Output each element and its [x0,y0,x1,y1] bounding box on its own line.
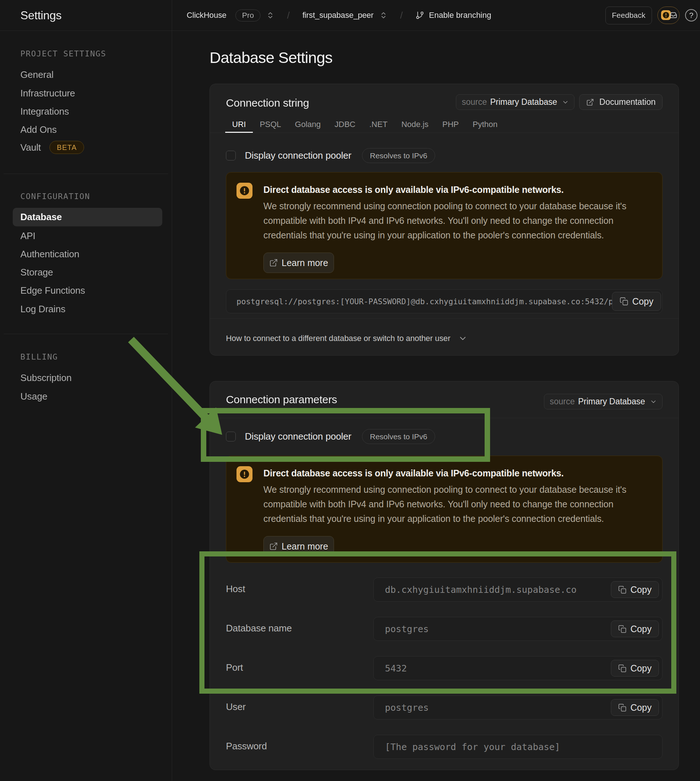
beta-badge: BETA [50,141,84,154]
warning-title: Direct database access is only available… [263,467,631,479]
sidebar-item-authentication[interactable]: Authentication [20,249,79,259]
source-select-label: source [550,397,575,407]
content: Database Settings Connection string sour… [172,31,700,781]
copy-host-button[interactable]: Copy [611,581,659,598]
connection-parameter-fields: Host db.cxhygiuitamxhniiddjm.supabase.co… [226,577,663,770]
tab-php[interactable]: PHP [435,117,466,132]
connection-parameters-body: Display connection pooler Resolves to IP… [210,429,678,770]
tab-golang[interactable]: Golang [288,117,328,132]
port-value: 5432 [385,663,407,674]
connection-parameters-header: Connection parameters source Primary Dat… [210,381,678,418]
field-row-database-name: Database name postgres Copy [226,617,663,641]
sidebar-item-integrations[interactable]: Integrations [20,106,69,117]
warning-text: Direct database access is only available… [263,466,631,556]
breadcrumb-org[interactable]: ClickHouse [187,10,226,20]
copy-icon [618,586,627,594]
sidebar-divider-1 [3,174,168,174]
source-select-value: Primary Database [578,397,645,407]
field-label: Password [226,735,373,759]
tab-psql[interactable]: PSQL [253,117,288,132]
sidebar-section-project-settings: PROJECT SETTINGS [20,49,106,58]
org-avatar[interactable] [657,7,680,24]
copy-port-button[interactable]: Copy [611,660,659,677]
password-value: [The password for your database] [385,742,560,752]
sidebar-section-configuration: CONFIGURATION [20,192,90,201]
source-select-label: source [462,97,487,107]
topbar-right: Feedback ? [605,7,697,24]
sidebar-item-subscription[interactable]: Subscription [20,372,72,383]
database-name-input[interactable]: postgres Copy [373,617,663,641]
sidebar-item-add-ons[interactable]: Add Ons [20,124,57,135]
app-root: Settings PROJECT SETTINGS General Infras… [0,0,700,781]
tab-nodejs[interactable]: Node.js [394,117,435,132]
connection-string-card: Connection string source Primary Databas… [210,84,679,355]
sidebar-section-billing: BILLING [20,352,58,362]
main-column: ClickHouse Pro / first_supabase_peer / E… [172,0,700,781]
database-name-value: postgres [385,624,428,634]
how-to-connect-label: How to connect to a different database o… [226,334,450,343]
copy-label: Copy [630,624,652,634]
copy-uri-button[interactable]: Copy [612,292,661,311]
chevrons-up-down-icon[interactable] [266,11,274,19]
learn-more-button[interactable]: Learn more [263,252,334,273]
learn-more-label: Learn more [282,258,328,268]
pooler-row: Display connection pooler Resolves to IP… [226,429,663,444]
source-select[interactable]: source Primary Database [544,394,663,409]
pooler-row: Display connection pooler Resolves to IP… [226,148,663,163]
port-input[interactable]: 5432 Copy [373,656,663,680]
org-plan-badge: Pro [235,10,260,22]
connection-parameters-controls: source Primary Database [544,394,663,409]
source-select[interactable]: source Primary Database [456,94,575,110]
sidebar-item-log-drains[interactable]: Log Drains [20,304,65,314]
sidebar-item-api[interactable]: API [20,230,35,241]
feedback-button[interactable]: Feedback [605,7,652,24]
sidebar-item-database-label: Database [20,208,62,226]
connection-parameters-card: Connection parameters source Primary Dat… [210,381,679,770]
host-input[interactable]: db.cxhygiuitamxhniiddjm.supabase.co Copy [373,577,663,602]
display-connection-pooler-checkbox[interactable] [226,151,236,160]
user-value: postgres [385,703,428,713]
tab-uri[interactable]: URI [225,117,253,132]
sidebar-item-edge-functions[interactable]: Edge Functions [20,285,85,296]
tab-python[interactable]: Python [466,117,505,132]
field-row-port: Port 5432 Copy [226,656,663,680]
topbar: ClickHouse Pro / first_supabase_peer / E… [172,0,700,31]
breadcrumb-project[interactable]: first_supabase_peer [302,10,373,20]
sidebar-item-infrastructure[interactable]: Infrastructure [20,88,75,98]
enable-branching[interactable]: Enable branching [415,10,491,20]
copy-database-name-button[interactable]: Copy [611,621,659,637]
chevrons-up-down-icon[interactable] [380,11,387,19]
connection-string-body: Display connection pooler Resolves to IP… [210,148,678,313]
sidebar-item-vault-label: Vault [20,142,41,153]
how-to-connect-row[interactable]: How to connect to a different database o… [210,319,678,355]
sidebar-item-vault[interactable]: Vault BETA [20,142,84,153]
sidebar: Settings PROJECT SETTINGS General Infras… [0,0,172,781]
sidebar-item-general[interactable]: General [20,69,53,80]
user-input[interactable]: postgres Copy [373,696,663,719]
connection-uri-input[interactable]: postgresql://postgres:[YOUR-PASSWORD]@db… [226,289,663,313]
enable-branching-label: Enable branching [429,10,491,20]
copy-label: Copy [632,296,653,307]
sidebar-divider-2 [3,334,168,334]
copy-user-button[interactable]: Copy [611,699,659,716]
connection-uri-value: postgresql://postgres:[YOUR-PASSWORD]@db… [237,297,646,306]
alert-icon [237,466,252,482]
learn-more-button[interactable]: Learn more [263,536,334,556]
field-label: User [226,696,373,719]
sidebar-item-storage[interactable]: Storage [20,267,53,278]
tab-jdbc[interactable]: JDBC [328,117,362,132]
chevron-down-icon [650,398,657,406]
display-connection-pooler-checkbox[interactable] [226,432,236,441]
inbox-icon [670,11,677,19]
connection-parameters-title: Connection parameters [226,392,337,407]
alert-icon [237,183,252,199]
help-button[interactable]: ? [685,9,697,22]
breadcrumb: ClickHouse Pro / first_supabase_peer / E… [187,10,491,22]
sidebar-item-database[interactable]: Database [13,208,162,226]
sidebar-item-usage[interactable]: Usage [20,391,47,402]
tab-dotnet[interactable]: .NET [362,117,394,132]
password-input[interactable]: [The password for your database] [373,735,663,759]
documentation-button[interactable]: Documentation [579,94,663,110]
field-row-user: User postgres Copy [226,696,663,719]
documentation-label: Documentation [599,97,656,107]
